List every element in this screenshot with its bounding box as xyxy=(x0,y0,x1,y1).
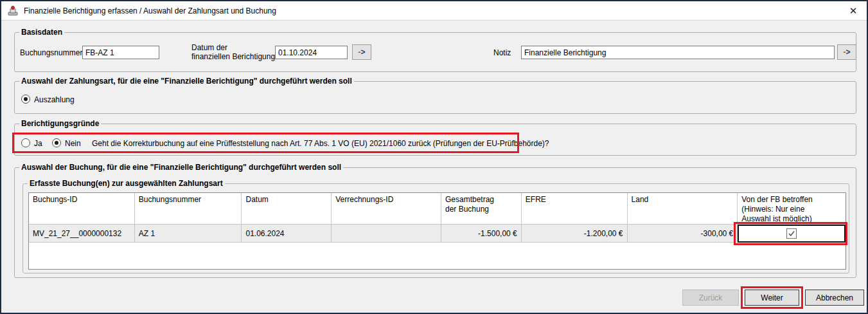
close-icon[interactable]: ✕ xyxy=(840,1,867,20)
auszahlung-radio-label: Auszahlung xyxy=(34,95,75,104)
notiz-input[interactable] xyxy=(521,46,835,59)
notiz-label: Notiz xyxy=(493,48,511,57)
cell-gesamtbetrag: -1.500,00 € xyxy=(441,225,522,243)
col-header-datum[interactable]: Datum xyxy=(242,193,332,225)
auszahlung-radio[interactable] xyxy=(21,95,30,104)
group-berichtigungsgruende: Berichtigungsgründe Ja Nein Geht die Kor… xyxy=(14,124,856,156)
bookings-table: Buchungs-ID Buchungsnummer Datum Verrech… xyxy=(28,192,846,270)
group-zahlungsart-title: Auswahl der Zahlungsart, für die eine "F… xyxy=(19,77,354,86)
ja-radio[interactable] xyxy=(21,138,30,147)
cell-buchungsnummer: AZ 1 xyxy=(135,225,242,243)
window-title: Finanzielle Berichtigung erfassen / Ausw… xyxy=(24,6,276,15)
app-icon xyxy=(7,5,19,17)
cell-datum: 01.06.2024 xyxy=(242,225,332,243)
fb-betroffen-checkbox[interactable] xyxy=(786,228,797,239)
col-header-gesamtbetrag[interactable]: Gesamtbetrag der Buchung xyxy=(441,193,522,225)
group-basisdaten-title: Basisdaten xyxy=(19,28,64,37)
zurueck-button[interactable]: Zurück xyxy=(682,290,739,306)
group-zahlungsart: Auswahl der Zahlungsart, für die eine "F… xyxy=(14,81,856,114)
col-header-efre[interactable]: EFRE xyxy=(522,193,628,225)
col-header-buchungs-id[interactable]: Buchungs-ID xyxy=(29,193,135,225)
abbrechen-button[interactable]: Abbrechen xyxy=(805,290,864,306)
col-header-buchungsnummer[interactable]: Buchungsnummer xyxy=(135,193,242,225)
group-basisdaten: Basisdaten Buchungsnummer Datum der fina… xyxy=(14,32,856,72)
datum-input[interactable] xyxy=(275,46,348,59)
table-header-row: Buchungs-ID Buchungsnummer Datum Verrech… xyxy=(29,193,846,225)
check-icon xyxy=(788,230,795,237)
group-erfasste-buchungen-title: Erfasste Buchung(en) zur ausgewählten Za… xyxy=(28,179,225,188)
group-berichtigungsgruende-title: Berichtigungsgründe xyxy=(19,119,101,128)
cell-buchungs-id: MV_21_27__0000000132 xyxy=(29,225,135,243)
cell-fb-betroffen xyxy=(738,225,846,243)
cell-verrechnungs-id xyxy=(332,225,441,243)
notiz-arrow-button[interactable]: -> xyxy=(837,44,856,60)
datum-arrow-button[interactable]: -> xyxy=(352,44,371,60)
group-erfasste-buchungen: Erfasste Buchung(en) zur ausgewählten Za… xyxy=(22,183,849,273)
arrow-gt: > xyxy=(360,48,365,56)
col-header-fb-betroffen[interactable]: Von der FB betroffen (Hinweis: Nur eine … xyxy=(738,193,846,225)
datum-label: Datum der finanziellen Berichtigung xyxy=(191,43,278,61)
ja-radio-label: Ja xyxy=(34,139,42,148)
col-header-verrechnungs-id[interactable]: Verrechnungs-ID xyxy=(332,193,441,225)
buchungsnummer-label: Buchungsnummer xyxy=(20,48,82,57)
nein-radio[interactable] xyxy=(52,138,61,147)
title-bar: Finanzielle Berichtigung erfassen / Ausw… xyxy=(1,1,867,21)
weiter-button[interactable]: Weiter xyxy=(745,290,799,306)
nein-radio-label: Nein xyxy=(65,139,81,148)
arrow-gt: > xyxy=(846,48,850,56)
cell-land: -300,00 € xyxy=(628,225,738,243)
group-buchung-title: Auswahl der Buchung, für die eine "Finan… xyxy=(19,163,343,172)
group-buchung: Auswahl der Buchung, für die eine "Finan… xyxy=(14,167,856,278)
dialog-window: Finanzielle Berichtigung erfassen / Ausw… xyxy=(0,0,868,314)
table-row[interactable]: MV_21_27__0000000132 AZ 1 01.06.2024 -1.… xyxy=(29,225,846,243)
col-header-land[interactable]: Land xyxy=(628,193,738,225)
cell-efre: -1.200,00 € xyxy=(522,225,628,243)
buchungsnummer-input[interactable] xyxy=(82,46,159,59)
berichtigung-question: Geht die Korrekturbuchung auf eine Prüff… xyxy=(92,139,831,148)
